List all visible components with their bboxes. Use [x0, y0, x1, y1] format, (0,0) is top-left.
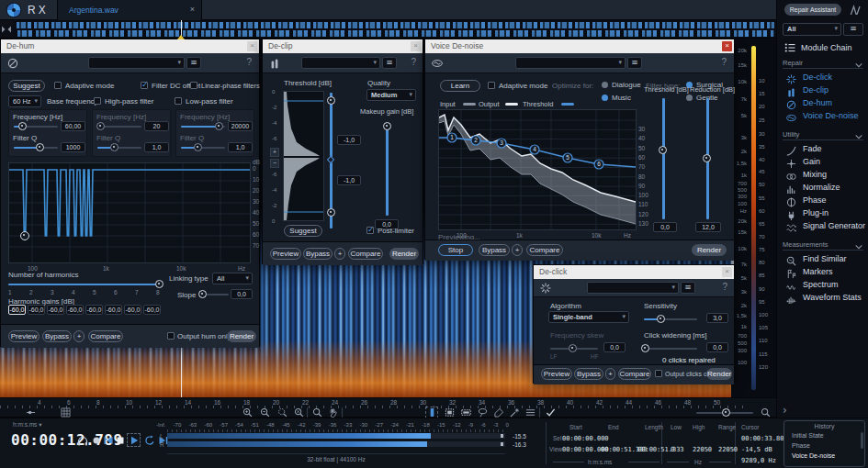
de-hum-preset-combo[interactable]: ▾	[88, 57, 185, 69]
declip-compare-button[interactable]: Compare	[348, 248, 383, 260]
panel-q-value[interactable]: 1000	[61, 142, 85, 152]
headphones-icon[interactable]	[77, 435, 88, 446]
sidebar-item-phase[interactable]: Phase	[777, 194, 868, 206]
declip-threshold-handle-top[interactable]	[327, 96, 335, 105]
declip-threshold-value-bottom[interactable]: -1,0	[337, 175, 361, 185]
slope-knob[interactable]	[198, 290, 207, 298]
panel-frequency-value[interactable]: 60,00	[61, 121, 85, 131]
de-click-preset-combo[interactable]: ▾	[587, 282, 679, 294]
quality-select[interactable]: Medium▾	[366, 89, 416, 101]
vdn-preset-combo[interactable]: ▾	[515, 57, 626, 69]
declip-threshold-value-top[interactable]: -1,0	[337, 135, 361, 145]
de-clip-preset-combo[interactable]: ▾	[301, 57, 380, 69]
slope-value[interactable]: 0,0	[231, 289, 253, 299]
declick-compare-button[interactable]: Compare	[618, 368, 651, 380]
optimize-dialogue-radio[interactable]	[602, 82, 608, 88]
harmonic-gain-value[interactable]: -60,0	[8, 305, 26, 315]
de-clip-title[interactable]: De-clip	[263, 39, 423, 53]
compare-button[interactable]: Compare	[88, 330, 123, 342]
sidebar-item-normalize[interactable]: Normalize	[777, 181, 868, 194]
harmonic-gain-value[interactable]: -60,0	[85, 305, 103, 315]
declip-preview-button[interactable]: Preview	[270, 248, 301, 260]
skew-knob[interactable]	[569, 344, 577, 352]
declip-threshold-handle-bottom[interactable]	[327, 208, 335, 217]
history-item[interactable]: Phase	[792, 442, 810, 449]
sidebar-section-measurements[interactable]: Measurements	[783, 240, 829, 249]
timecode-format[interactable]: h:m:s.ms ▾	[13, 421, 41, 429]
sidebar-item-de-click[interactable]: De-click	[777, 71, 868, 84]
dehum-filter-graph[interactable]	[8, 162, 251, 263]
sidebar-item-fade[interactable]: Fade	[777, 142, 868, 155]
stop-button[interactable]: Stop	[438, 244, 473, 256]
sidebar-item-mixing[interactable]: Mixing	[777, 168, 868, 181]
sidebar-item-spectrum[interactable]: Spectrum	[777, 278, 868, 291]
panel-q-knob[interactable]	[110, 143, 118, 151]
sidebar-item-voice-de-noise[interactable]: Voice De-noise	[777, 109, 868, 122]
declick-bypass-button[interactable]: Bypass	[574, 368, 603, 380]
record-icon[interactable]	[91, 435, 102, 446]
declip-render-button[interactable]: Render	[389, 248, 419, 260]
de-clip-help[interactable]: ?	[411, 57, 416, 67]
filter-gentle-radio[interactable]	[686, 95, 693, 101]
sidebar-item-waveform-stats[interactable]: Waveform Stats	[777, 291, 868, 304]
harmonic-gain-value[interactable]: -60,0	[66, 305, 84, 315]
module-filter-select[interactable]: All▾	[783, 23, 841, 36]
sensitivity-knob[interactable]	[657, 315, 665, 323]
sidebar-item-module-chain[interactable]: Module Chain	[801, 43, 852, 52]
harmonic-gain-value[interactable]: -60,0	[28, 305, 45, 315]
vdn-adaptive-checkbox[interactable]	[488, 82, 495, 89]
sidebar-expand-arrow[interactable]: ›	[783, 404, 787, 417]
panel-q-value[interactable]: 1,0	[144, 142, 169, 152]
linking-type-select[interactable]: All▾	[212, 273, 253, 284]
suggest-button[interactable]: Suggest	[8, 80, 45, 92]
vdn-threshold-slider[interactable]	[662, 98, 665, 219]
vdn-graph[interactable]: 123456	[438, 109, 637, 230]
widening-knob[interactable]	[641, 344, 649, 352]
panel-q-knob[interactable]	[194, 143, 202, 151]
stop-icon[interactable]	[115, 435, 126, 446]
play-icon[interactable]	[129, 435, 140, 446]
learn-button[interactable]: Learn	[440, 80, 480, 92]
vdn-close-icon[interactable]: ×	[722, 41, 732, 51]
panel-frequency-knob[interactable]	[18, 122, 27, 130]
makeup-gain-handle[interactable]	[383, 122, 391, 130]
declip-zoom-in[interactable]: +	[270, 148, 279, 157]
module-filter-menu[interactable]: ≡	[843, 23, 863, 36]
harmonic-gain-value[interactable]: -60,0	[124, 305, 141, 315]
history-scrollbar[interactable]	[861, 432, 863, 449]
output-hum-checkbox[interactable]	[167, 332, 175, 340]
output-clicks-checkbox[interactable]	[655, 370, 662, 377]
vdn-threshold-value[interactable]: 0,0	[653, 222, 677, 232]
harmonic-gain-value[interactable]: -60,0	[47, 305, 64, 315]
de-hum-close-icon[interactable]: ×	[247, 41, 257, 51]
bypass-button[interactable]: Bypass	[42, 330, 72, 342]
loop-icon[interactable]	[144, 435, 155, 446]
panel-q-value[interactable]: 1,0	[228, 142, 253, 152]
dehum-notch-handle[interactable]	[20, 231, 29, 240]
tab-argentina[interactable]: Argentina.wav ×	[57, 0, 202, 20]
base-frequency-select[interactable]: 60 Hz▾	[8, 95, 41, 107]
high-pass-checkbox[interactable]	[94, 97, 101, 105]
de-click-title[interactable]: De-click	[534, 265, 734, 279]
bypass-plus-button[interactable]: +	[73, 330, 85, 342]
de-click-close-icon[interactable]: ×	[722, 267, 732, 277]
linear-phase-checkbox[interactable]	[190, 82, 197, 89]
sidebar-section-utility[interactable]: Utility	[783, 130, 799, 139]
declick-render-button[interactable]: Render	[706, 368, 732, 380]
declip-suggest-button[interactable]: Suggest	[284, 225, 322, 237]
repair-assistant-button[interactable]: Repair Assistant	[784, 4, 841, 16]
tab-close-icon[interactable]: ×	[190, 5, 195, 14]
vdn-compare-button[interactable]: Compare	[526, 244, 563, 256]
waveform-overview[interactable]	[14, 20, 776, 39]
de-clip-preset-menu[interactable]: ≡	[382, 57, 397, 69]
makeup-gain-slider[interactable]	[386, 126, 389, 216]
history-item[interactable]: Initial State	[792, 432, 824, 439]
de-clip-close-icon[interactable]: ×	[411, 41, 421, 51]
panel-frequency-value[interactable]: 20000	[228, 121, 253, 131]
history-item[interactable]: Voice De-noise	[792, 452, 835, 459]
de-hum-help[interactable]: ?	[246, 57, 252, 67]
sidebar-item-signal-generator[interactable]: Signal Generator	[777, 219, 868, 232]
low-pass-checkbox[interactable]	[175, 97, 182, 105]
skew-value[interactable]: 0,0	[603, 342, 626, 352]
panel-frequency-knob[interactable]	[215, 122, 223, 130]
